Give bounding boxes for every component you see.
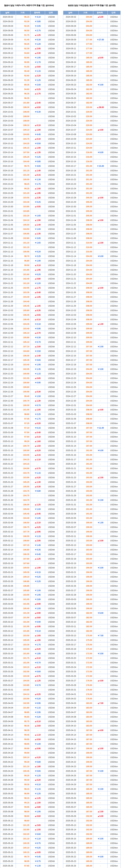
price-cell: 101.05 [16,408,30,412]
table-row: 2025-01-24193.00-USD/ton [63,480,121,484]
date-cell: 2024-12-11 [63,340,79,344]
unit-cell: USD/ton [108,566,121,570]
unit-cell: USD/dt [45,19,58,24]
change-cell: - [93,227,108,231]
table-row: 2024-09-27182.00-USD/ton [63,100,121,105]
unit-cell: USD/dt [45,633,58,638]
date-cell: 2024-09-02 [0,15,16,19]
price-cell: 191.00 [79,498,93,502]
date-cell: 2024-09-27 [0,100,16,105]
unit-cell: USD/dt [45,832,58,836]
change-cell: ▲1.25 [30,557,45,561]
change-cell: ▼0.75 [30,841,45,845]
change-cell: ▼2.05 [30,24,45,28]
unit-cell: USD/ton [108,597,121,601]
price-cell: 183.00 [79,710,93,715]
price-cell: 190.00 [79,597,93,601]
date-cell: 2025-01-08 [63,426,79,430]
change-cell: - [93,638,108,642]
table-row: 2025-03-05190.00-USD/ton [63,606,121,611]
table-row: 2024-12-13207.00-USD/ton [63,349,121,353]
unit-cell: USD/dt [45,678,58,683]
table-row: 2025-01-30104.75-USD/dt [0,498,58,502]
change-cell: - [93,268,108,272]
change-cell: ▲0.45 [30,512,45,516]
table-row: 2025-05-05185.00-USD/ton [63,796,121,800]
table-row: 2025-04-23190.00-USD/ton [63,764,121,769]
table-row: 2024-10-09224.00-USD/ton [63,136,121,141]
table-row: 2024-10-24201.00-USD/ton [63,186,121,191]
table-row: 2024-10-30103.85▲0.55USD/dt [0,204,58,209]
date-cell: 2025-01-22 [0,471,16,475]
date-cell: 2025-01-23 [63,475,79,480]
price-cell: 99.25 [16,186,30,191]
change-cell: ▼3.00 [93,651,108,656]
change-cell: - [93,46,108,51]
table-row: 2025-03-11101.95▲0.95USD/dt [0,624,58,629]
price-cell: 109.50 [16,566,30,570]
date-cell: 2024-11-27 [63,294,79,299]
date-cell: 2024-11-19 [63,268,79,272]
table-row: 2024-10-28205.00▲4.00USD/ton [63,195,121,200]
unit-cell: USD/dt [45,263,58,268]
change-cell: - [93,493,108,498]
table-row: 2025-03-28103.85▼0.70USD/dt [0,683,58,687]
date-cell: 2025-04-25 [63,773,79,778]
table-row: 2024-11-28104.40-USD/dt [0,299,58,304]
table-row: 2024-11-15204.00-USD/ton [63,258,121,263]
table-row: 2024-12-04208.00-USD/ton [63,317,121,322]
table-row: 2024-11-08208.00-USD/ton [63,236,121,241]
date-cell: 2025-01-02 [0,408,16,412]
price-cell: 101.55 [16,376,30,380]
table-row: 2025-02-21109.35▼0.15USD/dt [0,570,58,575]
change-cell: - [93,828,108,832]
price-cell: 187.00 [79,773,93,778]
date-cell: 2025-04-25 [0,773,16,778]
table-row: 2025-02-17106.35▼0.45USD/dt [0,552,58,557]
change-cell: ▼1.65 [30,241,45,245]
date-cell: 2024-12-31 [63,403,79,408]
date-cell: 2025-05-21 [63,850,79,855]
change-cell: ▼1.35 [30,367,45,371]
date-cell: 2024-09-17 [63,64,79,69]
table-row: 2025-04-22190.00-USD/ton [63,760,121,764]
price-cell: 108.00 [16,119,30,123]
table-row: 2024-11-21204.00-USD/ton [63,277,121,281]
table-row: 2025-01-30191.00▼2.00USD/ton [63,498,121,502]
change-cell: ▲6.00 [93,15,108,19]
unit-cell: USD/ton [108,114,121,119]
date-cell: 2024-10-31 [0,209,16,213]
date-cell: 2025-02-03 [63,507,79,512]
change-cell: - [93,778,108,782]
table-row: 2025-01-24105.25▲1.30USD/dt [0,480,58,484]
date-cell: 2024-10-14 [63,150,79,155]
price-cell: 98.15 [16,796,30,800]
date-cell: 2025-01-13 [63,439,79,443]
unit-cell: USD/ton [108,119,121,123]
price-cell: 101.15 [16,241,30,245]
unit-cell: USD/ton [108,186,121,191]
price-cell: 197.00 [79,439,93,443]
price-cell: 201.00 [79,186,93,191]
table-row: 2025-05-12192.00-USD/ton [63,818,121,823]
unit-cell: USD/dt [45,227,58,231]
date-cell: 2025-04-02 [0,696,16,701]
change-cell: ▲0.10 [30,719,45,724]
date-cell: 2025-01-09 [0,430,16,435]
unit-cell: USD/dt [45,787,58,791]
price-cell: 105.35 [16,358,30,362]
unit-cell: USD/ton [108,475,121,480]
change-cell: ▼3.00 [93,836,108,841]
change-cell: ▼0.20 [30,696,45,701]
table-row: 2024-12-24100.60▼0.95USD/dt [0,380,58,385]
table-row: 2024-10-2398.25▼1.75USD/dt [0,182,58,186]
date-cell: 2025-04-18 [63,750,79,755]
change-cell: ▲0.20 [30,755,45,760]
price-cell: 204.00 [79,281,93,285]
price-cell: 98.80 [16,412,30,416]
date-cell: 2024-11-15 [63,258,79,263]
table-row: 2024-11-26103.35▲0.40USD/dt [0,290,58,294]
table-row: 2024-11-12210.00-USD/ton [63,245,121,250]
unit-cell: USD/ton [108,268,121,272]
change-cell: ▼0.80 [30,489,45,493]
